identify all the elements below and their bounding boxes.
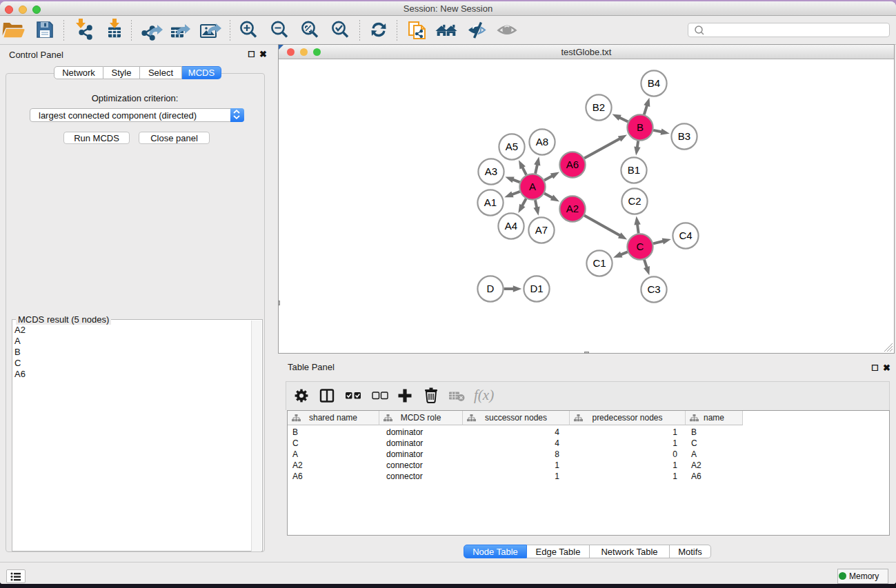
svg-text:C: C [637,241,644,252]
svg-text:D: D [487,283,495,294]
svg-text:A6: A6 [566,159,579,170]
svg-text:B2: B2 [593,101,605,113]
svg-text:A8: A8 [536,136,548,148]
svg-text:A5: A5 [506,141,518,152]
svg-text:C1: C1 [593,257,606,269]
svg-text:A1: A1 [484,196,497,208]
svg-text:B3: B3 [678,130,690,142]
svg-text:A3: A3 [485,165,497,177]
svg-text:B4: B4 [648,77,660,89]
svg-text:A2: A2 [566,203,579,214]
svg-text:C4: C4 [679,230,692,241]
svg-text:A: A [529,181,536,192]
svg-text:B: B [637,121,644,133]
svg-text:A4: A4 [505,220,517,232]
svg-text:C2: C2 [628,195,641,207]
svg-text:A7: A7 [535,224,548,236]
svg-text:D1: D1 [530,283,543,294]
svg-text:B1: B1 [628,164,640,176]
svg-text:C3: C3 [647,283,660,295]
